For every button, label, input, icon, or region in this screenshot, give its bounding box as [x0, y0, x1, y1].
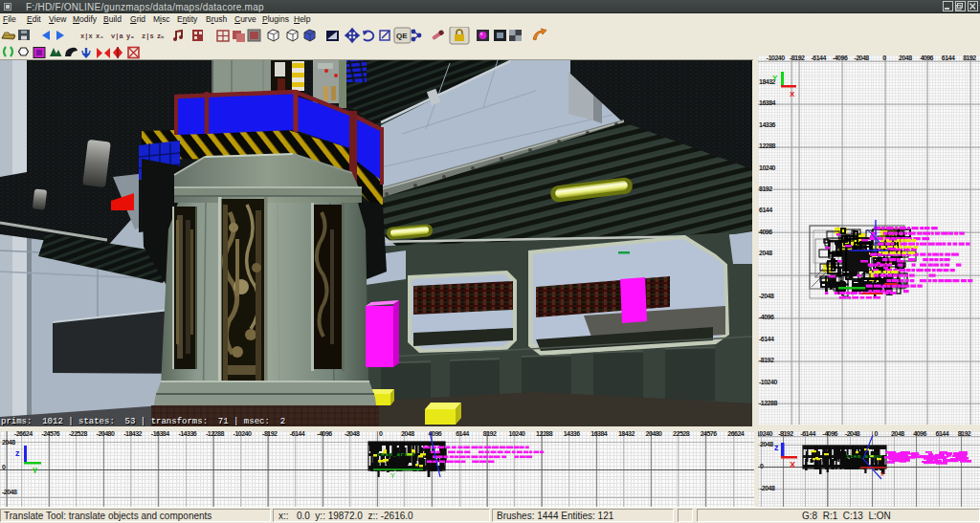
svg-text:xₓ: xₓ: [96, 33, 103, 40]
svg-text:zₙ: zₙ: [157, 33, 164, 40]
svg-text:z|s: z|s: [142, 33, 154, 40]
svg-text:Y: Y: [390, 472, 395, 479]
svg-text:yₐ: yₐ: [126, 33, 134, 40]
svg-text:v|a: v|a: [111, 33, 123, 40]
svg-text:QE: QE: [396, 32, 408, 40]
svg-text:team_armor: team_armor: [377, 451, 416, 458]
svg-text:x|x: x|x: [80, 33, 93, 40]
svg-text:x: x: [880, 470, 884, 477]
